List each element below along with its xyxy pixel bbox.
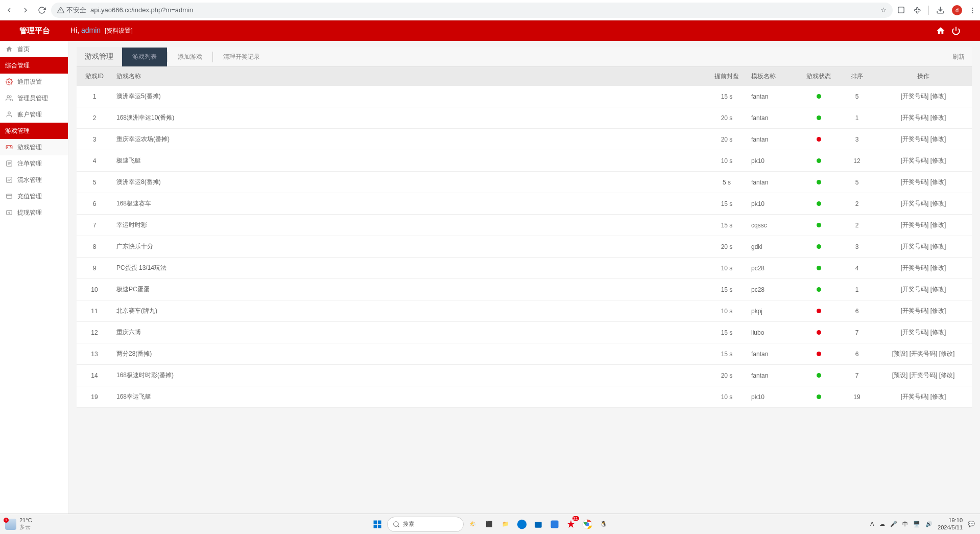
sidebar-item-home[interactable]: 首页 [0,41,68,57]
insecure-icon: 不安全 [57,6,86,15]
op-lottery[interactable]: [开奖号码] [901,178,929,185]
table-row: 19168幸运飞艇10 spk1019[开奖号码] [修改] [77,386,972,408]
cell-close: 20 s [706,365,747,386]
sidebar-item-account[interactable]: 账户管理 [0,106,68,123]
cell-sort: 19 [839,386,875,408]
op-preset[interactable]: [预设] [892,372,908,379]
profile-settings-link[interactable]: [资料设置] [105,27,133,34]
cell-status [798,322,839,343]
cell-close: 20 s [706,107,747,129]
cell-name: 澳洲幸运8(番摊) [112,172,706,193]
op-edit[interactable]: [修改] [930,178,946,185]
cell-tpl: fantan [747,172,798,193]
op-edit[interactable]: [修改] [930,221,946,228]
status-dot-icon [817,394,821,399]
op-lottery[interactable]: [开奖号码] [901,307,929,314]
sidebar-item-order-manage[interactable]: 注单管理 [0,155,68,172]
op-edit[interactable]: [修改] [930,307,946,314]
op-edit[interactable]: [修改] [930,157,946,164]
table-row: 4极速飞艇10 spk1012[开奖号码] [修改] [77,150,972,172]
withdraw-icon [5,208,13,217]
cell-sort: 7 [839,322,875,343]
op-lottery[interactable]: [开奖号码] [901,92,929,100]
status-dot-icon [817,309,821,313]
sidebar-item-general-settings[interactable]: 通用设置 [0,74,68,90]
cell-close: 15 s [706,343,747,365]
op-edit[interactable]: [修改] [939,350,955,357]
cell-status [798,215,839,236]
status-dot-icon [817,287,821,292]
sidebar-item-admin-manage[interactable]: 管理员管理 [0,90,68,106]
op-edit[interactable]: [修改] [939,372,955,379]
power-icon[interactable] [951,26,961,35]
browser-reload-button[interactable] [37,5,47,15]
op-lottery[interactable]: [开奖号码] [910,350,938,357]
browser-forward-button[interactable] [20,5,31,15]
kebab-icon[interactable]: ⋮ [969,6,976,14]
username: admin [81,26,101,34]
op-edit[interactable]: [修改] [930,135,946,143]
home-icon[interactable] [936,26,945,35]
cell-ops: [开奖号码] [修改] [875,150,972,172]
op-lottery[interactable]: [开奖号码] [901,264,929,271]
op-edit[interactable]: [修改] [930,200,946,207]
op-lottery[interactable]: [开奖号码] [901,135,929,143]
sidebar-item-withdraw-manage[interactable]: 提现管理 [0,204,68,221]
puzzle-icon[interactable] [913,6,921,14]
op-edit[interactable]: [修改] [930,114,946,121]
profile-icon[interactable]: d [952,5,962,15]
sidebar-item-flow-manage[interactable]: 流水管理 [0,172,68,188]
tab-clear-records[interactable]: 清理开奖记录 [213,48,270,66]
table-row: 7幸运时时彩15 scqssc2[开奖号码] [修改] [77,215,972,236]
refresh-button[interactable]: 刷新 [945,48,972,66]
cell-id: 5 [77,172,112,193]
browser-back-button[interactable] [4,5,14,15]
cell-close: 15 s [706,322,747,343]
op-lottery[interactable]: [开奖号码] [901,286,929,293]
star-icon[interactable]: ☆ [880,6,887,14]
tab-game-list[interactable]: 游戏列表 [122,48,167,66]
cell-sort: 6 [839,343,875,365]
op-edit[interactable]: [修改] [930,264,946,271]
op-lottery[interactable]: [开奖号码] [901,243,929,250]
cell-sort: 2 [839,193,875,215]
op-lottery[interactable]: [开奖号码] [901,200,929,207]
cell-close: 15 s [706,279,747,300]
sidebar-item-game-manage[interactable]: 游戏管理 [0,139,68,155]
op-edit[interactable]: [修改] [930,393,946,400]
op-lottery[interactable]: [开奖号码] [901,329,929,336]
col-header-op: 操作 [875,67,972,86]
op-edit[interactable]: [修改] [930,92,946,100]
sidebar-group-game: 游戏管理 [0,123,68,139]
users-icon [5,94,13,102]
cell-name: 重庆六博 [112,322,706,343]
cell-sort: 1 [839,107,875,129]
cell-close: 10 s [706,258,747,279]
sidebar-group-general: 综合管理 [0,57,68,74]
table-row: 13两分28(番摊)15 sfantan6[预设] [开奖号码] [修改] [77,343,972,365]
cell-ops: [开奖号码] [修改] [875,300,972,322]
op-edit[interactable]: [修改] [930,329,946,336]
table-row: 12重庆六博15 sliubo7[开奖号码] [修改] [77,322,972,343]
svg-point-6 [7,96,10,98]
op-edit[interactable]: [修改] [930,243,946,250]
extensions-icon[interactable] [897,6,905,14]
status-dot-icon [817,137,821,142]
op-lottery[interactable]: [开奖号码] [901,393,929,400]
op-lottery[interactable]: [开奖号码] [901,114,929,121]
sidebar-item-label: 通用设置 [17,78,42,86]
op-lottery[interactable]: [开奖号码] [901,157,929,164]
status-dot-icon [817,352,821,356]
cell-sort: 2 [839,215,875,236]
op-edit[interactable]: [修改] [930,286,946,293]
op-lottery[interactable]: [开奖号码] [901,221,929,228]
col-header-sort: 排序 [839,67,875,86]
cell-name: 168极速时时彩(番摊) [112,365,706,386]
url-bar[interactable]: 不安全 api.yao666.cc/index.php?m=admin ☆ [51,3,893,18]
op-preset[interactable]: [预设] [892,350,908,357]
op-lottery[interactable]: [开奖号码] [910,372,938,379]
tab-add-game[interactable]: 添加游戏 [168,48,212,66]
sidebar-item-recharge-manage[interactable]: 充值管理 [0,188,68,204]
download-icon[interactable] [936,6,945,14]
cell-id: 3 [77,129,112,150]
